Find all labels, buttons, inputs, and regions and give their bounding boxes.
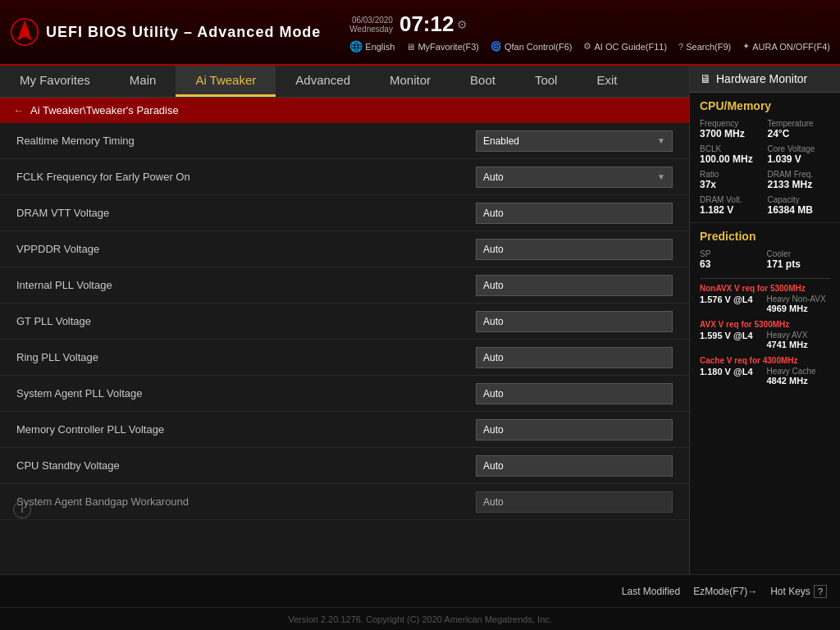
info-button[interactable]: i [13, 500, 31, 518]
hot-keys-icon: ? [814, 585, 827, 598]
hw-core-v-label: Core Voltage [768, 144, 831, 153]
setting-control-sys-agent-bandgap[interactable]: Auto [476, 491, 673, 513]
myfav-tool[interactable]: 🖥 MyFavorite(F3) [406, 42, 479, 52]
pred-avx-label: AVX V req for 5300MHz [700, 320, 830, 329]
dram-vtt-input[interactable]: Auto [476, 203, 673, 224]
setting-system-agent-pll: System Agent PLL Voltage Auto [0, 376, 689, 412]
internal-pll-input[interactable]: Auto [476, 275, 673, 296]
hardware-monitor-panel: 🖥 Hardware Monitor CPU/Memory Frequency … [689, 66, 840, 574]
realtime-dropdown[interactable]: Enabled ▼ [476, 130, 673, 152]
pred-nonavx-right: Heavy Non-AVX 4969 MHz [767, 294, 831, 313]
hot-keys-button[interactable]: Hot Keys ? [770, 585, 827, 598]
hw-bclk-label: BCLK [700, 144, 763, 153]
ez-mode-button[interactable]: EzMode(F7)→ [693, 586, 757, 597]
qfan-label: Qfan Control(F6) [504, 42, 573, 52]
setting-realtime-memory-timing: Realtime Memory Timing Enabled ▼ [0, 123, 689, 159]
aura-label: AURA ON/OFF(F4) [752, 42, 830, 52]
setting-control-dram-vtt[interactable]: Auto [476, 203, 673, 224]
fclk-dropdown-arrow-icon: ▼ [657, 172, 665, 181]
pred-cooler-label: Cooler [767, 249, 831, 258]
header: UEFI BIOS Utility – Advanced Mode 06/03/… [0, 0, 840, 66]
cpu-memory-section: CPU/Memory Frequency 3700 MHz Temperatur… [690, 93, 840, 223]
rog-logo-icon [10, 17, 39, 47]
setting-control-sys-agent-pll[interactable]: Auto [476, 383, 673, 404]
setting-vppddr: VPPDDR Voltage Auto [0, 231, 689, 267]
qfan-tool[interactable]: 🌀 Qfan Control(F6) [491, 41, 573, 52]
nav-ai-tweaker[interactable]: Ai Tweaker [176, 66, 276, 97]
gt-pll-input[interactable]: Auto [476, 311, 673, 332]
aura-icon: ✦ [742, 41, 750, 52]
hw-freq-value: 3700 MHz [700, 128, 763, 139]
pred-cache-row: Cache V req for 4300MHz 1.180 V @L4 Heav… [700, 356, 830, 386]
ring-pll-input[interactable]: Auto [476, 347, 673, 368]
sys-agent-bandgap-input[interactable]: Auto [476, 491, 673, 513]
cpu-standby-input[interactable]: Auto [476, 455, 673, 477]
setting-label-fclk: FCLK Frequency for Early Power On [16, 171, 476, 183]
bottom-bar: Last Modified EzMode(F7)→ Hot Keys ? Ver… [0, 574, 840, 630]
pred-cache-left: 1.180 V @L4 [700, 367, 764, 386]
setting-label-mem-ctrl-pll: Memory Controller PLL Voltage [16, 423, 476, 436]
aioc-tool[interactable]: ⚙ AI OC Guide(F11) [583, 41, 667, 52]
setting-control-mem-ctrl-pll[interactable]: Auto [476, 419, 673, 441]
search-tool[interactable]: ? Search(F9) [678, 42, 731, 52]
hw-ratio-label: Ratio [700, 170, 763, 179]
hw-temp-value: 24°C [768, 128, 831, 139]
logo-area: UEFI BIOS Utility – Advanced Mode [10, 17, 321, 47]
setting-control-ring-pll[interactable]: Auto [476, 347, 673, 368]
prediction-title: Prediction [700, 230, 830, 243]
nav-exit[interactable]: Exit [577, 66, 637, 97]
clock-settings-icon[interactable]: ⚙ [457, 18, 468, 31]
pred-nonavx-left: 1.576 V @L4 [700, 294, 764, 313]
svg-point-2 [21, 28, 30, 37]
setting-control-realtime[interactable]: Enabled ▼ [476, 130, 673, 152]
pred-avx-left: 1.595 V @L4 [700, 331, 764, 349]
last-modified-button[interactable]: Last Modified [622, 586, 680, 597]
hw-dram-volt: DRAM Volt. 1.182 V [700, 195, 763, 216]
nav-monitor[interactable]: Monitor [370, 66, 450, 97]
pred-sp: SP 63 [700, 249, 764, 270]
bottom-buttons-row: Last Modified EzMode(F7)→ Hot Keys ? [0, 575, 840, 607]
breadcrumb-text: Ai Tweaker\Tweaker's Paradise [30, 104, 179, 116]
hw-monitor-header: 🖥 Hardware Monitor [690, 66, 840, 93]
pred-cache-values: 1.180 V @L4 Heavy Cache 4842 MHz [700, 367, 830, 386]
hw-dram-freq-value: 2133 MHz [768, 179, 831, 190]
nav-main[interactable]: Main [110, 66, 176, 97]
content-area: My Favorites Main Ai Tweaker Advanced Mo… [0, 66, 840, 574]
prediction-divider [700, 278, 830, 279]
hw-monitor-title: Hardware Monitor [716, 72, 807, 85]
sys-agent-pll-input[interactable]: Auto [476, 383, 673, 404]
nav-boot[interactable]: Boot [450, 66, 515, 97]
nav-advanced[interactable]: Advanced [276, 66, 370, 97]
setting-control-internal-pll[interactable]: Auto [476, 275, 673, 296]
vppddr-input[interactable]: Auto [476, 239, 673, 260]
setting-label-realtime: Realtime Memory Timing [16, 135, 476, 147]
back-button[interactable]: ← [13, 104, 24, 116]
qfan-icon: 🌀 [491, 41, 502, 52]
hw-temperature: Temperature 24°C [768, 119, 831, 139]
pred-cooler: Cooler 171 pts [767, 249, 831, 270]
hw-core-v-value: 1.039 V [768, 153, 831, 165]
version-bar: Version 2.20.1276. Copyright (C) 2020 Am… [0, 607, 840, 630]
setting-fclk: FCLK Frequency for Early Power On Auto ▼ [0, 159, 689, 195]
nav-my-favorites[interactable]: My Favorites [0, 66, 110, 97]
fclk-dropdown[interactable]: Auto ▼ [476, 167, 673, 188]
dropdown-arrow-icon: ▼ [657, 136, 665, 145]
pred-avx-right: Heavy AVX 4741 MHz [767, 331, 831, 349]
pred-avx-row: AVX V req for 5300MHz 1.595 V @L4 Heavy … [700, 320, 830, 349]
hw-core-voltage: Core Voltage 1.039 V [768, 144, 831, 165]
setting-label-dram-vtt: DRAM VTT Voltage [16, 207, 476, 219]
myfav-label: MyFavorite(F3) [418, 42, 479, 52]
nav-tool[interactable]: Tool [515, 66, 578, 97]
aura-tool[interactable]: ✦ AURA ON/OFF(F4) [742, 41, 830, 52]
setting-control-vppddr[interactable]: Auto [476, 239, 673, 260]
language-tool[interactable]: 🌐 English [349, 40, 395, 52]
aioc-icon: ⚙ [583, 41, 591, 52]
cpu-memory-grid: Frequency 3700 MHz Temperature 24°C BCLK… [700, 119, 830, 216]
mem-ctrl-pll-input[interactable]: Auto [476, 419, 673, 441]
setting-label-gt-pll: GT PLL Voltage [16, 315, 476, 327]
setting-control-gt-pll[interactable]: Auto [476, 311, 673, 332]
setting-control-cpu-standby[interactable]: Auto [476, 455, 673, 477]
setting-control-fclk[interactable]: Auto ▼ [476, 167, 673, 188]
pred-avx-values: 1.595 V @L4 Heavy AVX 4741 MHz [700, 331, 830, 349]
globe-icon: 🌐 [349, 40, 363, 52]
